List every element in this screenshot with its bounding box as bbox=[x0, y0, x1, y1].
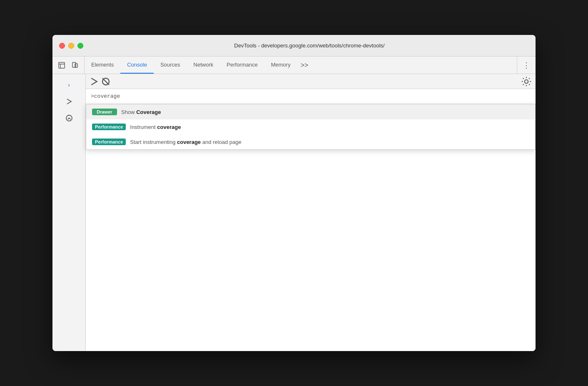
autocomplete-item-1[interactable]: Performance Instrument coverage bbox=[86, 119, 535, 134]
badge-drawer: Drawer bbox=[92, 109, 117, 115]
tab-sources[interactable]: Sources bbox=[154, 57, 187, 74]
tabs-container: Elements Console Sources Network Perform… bbox=[85, 57, 517, 74]
settings-button[interactable] bbox=[521, 76, 532, 87]
svg-rect-2 bbox=[75, 64, 77, 67]
window-title: DevTools - developers.google.com/web/too… bbox=[90, 42, 529, 49]
toolbar-right: ⋮ bbox=[517, 57, 536, 74]
toolbar-left-icons bbox=[52, 57, 85, 74]
more-options-button[interactable]: ⋮ bbox=[521, 59, 532, 71]
svg-point-6 bbox=[525, 79, 528, 83]
clear-console-button[interactable] bbox=[62, 111, 77, 126]
console-area: >coverage Drawer Show Coverage Performan… bbox=[86, 74, 536, 351]
console-run-button[interactable] bbox=[62, 94, 77, 109]
tab-performance[interactable]: Performance bbox=[220, 57, 264, 74]
autocomplete-text-0: Show Coverage bbox=[121, 109, 161, 115]
execute-button[interactable] bbox=[89, 77, 99, 87]
title-bar: DevTools - developers.google.com/web/too… bbox=[52, 35, 536, 57]
sidebar-expand-button[interactable]: › bbox=[62, 77, 77, 92]
device-toolbar-button[interactable] bbox=[69, 59, 81, 71]
main-content: › bbox=[52, 74, 536, 351]
badge-performance-1: Performance bbox=[92, 139, 126, 145]
autocomplete-item-2[interactable]: Performance Start instrumenting coverage… bbox=[86, 134, 535, 149]
close-button[interactable] bbox=[59, 43, 65, 49]
console-input[interactable]: >coverage bbox=[91, 93, 120, 99]
minimize-button[interactable] bbox=[68, 43, 74, 49]
inspect-element-button[interactable] bbox=[56, 59, 67, 71]
badge-performance-0: Performance bbox=[92, 124, 126, 130]
filter-button[interactable] bbox=[101, 77, 111, 87]
autocomplete-dropdown: Drawer Show Coverage Performance Instrum… bbox=[86, 104, 536, 150]
maximize-button[interactable] bbox=[77, 43, 83, 49]
tab-console[interactable]: Console bbox=[120, 57, 154, 74]
tab-network[interactable]: Network bbox=[187, 57, 220, 74]
autocomplete-item-0[interactable]: Drawer Show Coverage bbox=[86, 104, 535, 119]
tab-memory[interactable]: Memory bbox=[264, 57, 297, 74]
tab-elements[interactable]: Elements bbox=[85, 57, 120, 74]
autocomplete-text-2: Start instrumenting coverage and reload … bbox=[130, 139, 241, 145]
svg-rect-1 bbox=[72, 62, 76, 67]
autocomplete-text-1: Instrument coverage bbox=[130, 124, 181, 130]
left-sidebar: › bbox=[52, 74, 86, 351]
devtools-window: DevTools - developers.google.com/web/too… bbox=[52, 35, 536, 351]
console-toolbar bbox=[86, 74, 536, 89]
console-input-area: >coverage Drawer Show Coverage Performan… bbox=[86, 89, 536, 104]
svg-rect-0 bbox=[59, 62, 65, 68]
traffic-lights bbox=[59, 43, 83, 49]
devtools-toolbar: Elements Console Sources Network Perform… bbox=[52, 57, 536, 74]
tabs-more-button[interactable]: >> bbox=[297, 57, 312, 74]
